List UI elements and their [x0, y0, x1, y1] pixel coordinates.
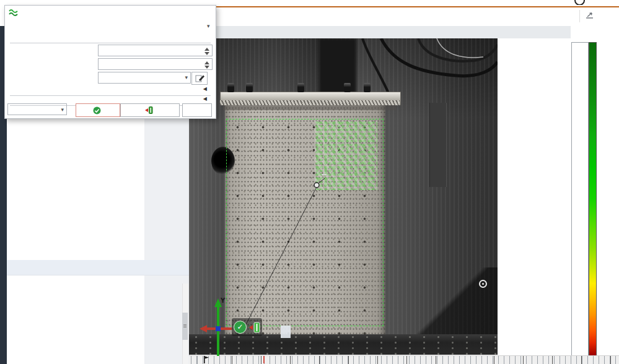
point-distance-input[interactable] — [98, 58, 213, 70]
current-stage-tick[interactable] — [263, 356, 265, 363]
clipped-toolbar-icon — [573, 0, 586, 5]
computation-select[interactable]: ▾ — [98, 72, 191, 84]
axis-y-label: Y — [220, 297, 226, 304]
parameters-section-header[interactable] — [10, 33, 211, 43]
axis-gizmo: Y — [200, 296, 237, 358]
cursor-action-badge: ✓ — [232, 318, 262, 336]
create-surface-component-dialog: ▾ ▾ ◀ ◀ ▾ — [4, 5, 216, 119]
hint-tooltip — [281, 326, 291, 338]
relates-to-tab-bar — [7, 260, 189, 275]
application-window: Y ✓ ▾ — [0, 0, 619, 364]
create-check-icon — [93, 106, 101, 115]
close-button[interactable] — [182, 103, 212, 117]
viewport-info-bar — [189, 26, 571, 38]
create-cursor-icon — [248, 322, 262, 333]
computation-caret-icon: ▾ — [185, 72, 188, 83]
filter-collapse-icon[interactable]: ◀ — [203, 96, 207, 102]
facet-spinner[interactable] — [204, 46, 210, 56]
scrollbar-grip — [183, 324, 187, 327]
edit-pencil-icon — [195, 74, 204, 82]
collapse-all-icon[interactable] — [163, 276, 170, 285]
histogram-curve — [572, 43, 588, 355]
stage-timeline[interactable] — [189, 355, 619, 364]
confirm-check-icon: ✓ — [234, 321, 247, 334]
name-dropdown-caret-icon[interactable]: ▾ — [207, 23, 210, 29]
quality-caret-icon: ▾ — [61, 104, 64, 116]
alignment-icon — [585, 12, 594, 21]
point-spinner[interactable] — [204, 60, 210, 70]
expert-parameters-section-header[interactable]: ◀ — [10, 86, 211, 96]
create-and-close-button[interactable] — [120, 103, 180, 117]
create-and-close-icon — [145, 106, 153, 114]
expert-collapse-icon[interactable]: ◀ — [203, 86, 207, 92]
colorbar-gradient — [589, 42, 597, 356]
quality-combo[interactable]: ▾ — [7, 103, 67, 115]
reference-point-marker — [479, 280, 487, 288]
facet-size-input[interactable] — [98, 45, 213, 56]
view-toolbar — [434, 7, 619, 25]
label-surface-component-2[interactable] — [322, 174, 327, 175]
computation-edit-button[interactable] — [191, 72, 208, 85]
create-button[interactable] — [76, 103, 120, 117]
colorbar-histogram-box — [571, 42, 589, 356]
dialog-icon — [9, 9, 19, 18]
toolbar-separator — [579, 10, 580, 22]
